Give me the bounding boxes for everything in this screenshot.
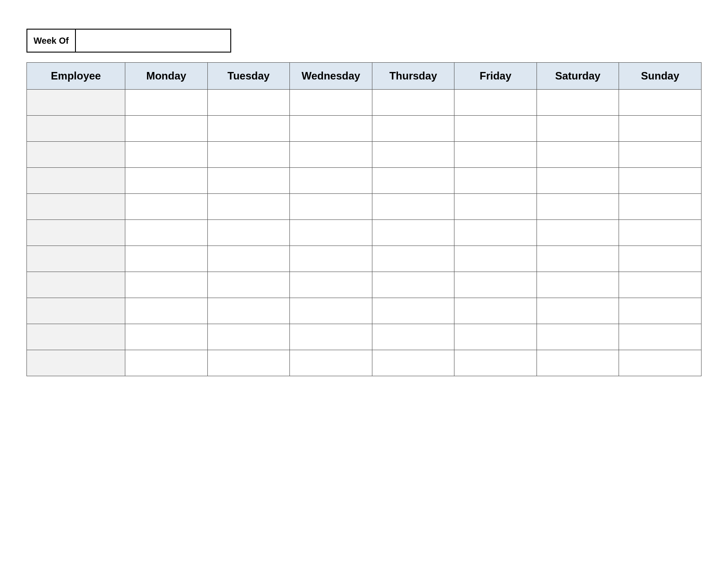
day-cell[interactable] <box>619 168 702 194</box>
day-cell[interactable] <box>290 90 372 116</box>
day-cell[interactable] <box>454 194 537 220</box>
day-cell[interactable] <box>372 168 454 194</box>
day-cell[interactable] <box>125 220 208 246</box>
week-of-field: Week Of <box>26 29 231 53</box>
day-cell[interactable] <box>454 220 537 246</box>
day-cell[interactable] <box>372 298 454 324</box>
employee-cell[interactable] <box>27 116 125 142</box>
day-cell[interactable] <box>537 142 619 168</box>
day-cell[interactable] <box>290 272 372 298</box>
day-cell[interactable] <box>619 246 702 272</box>
day-cell[interactable] <box>290 298 372 324</box>
day-cell[interactable] <box>454 272 537 298</box>
day-cell[interactable] <box>290 220 372 246</box>
day-cell[interactable] <box>207 246 290 272</box>
day-cell[interactable] <box>537 324 619 350</box>
day-cell[interactable] <box>207 220 290 246</box>
day-cell[interactable] <box>290 116 372 142</box>
employee-cell[interactable] <box>27 350 125 376</box>
day-cell[interactable] <box>537 298 619 324</box>
employee-cell[interactable] <box>27 90 125 116</box>
day-cell[interactable] <box>372 350 454 376</box>
weekly-schedule-template: Week Of Employee Monday Tuesday Wednesda… <box>0 0 728 376</box>
schedule-table: Employee Monday Tuesday Wednesday Thursd… <box>26 62 702 376</box>
day-cell[interactable] <box>372 90 454 116</box>
day-cell[interactable] <box>125 272 208 298</box>
day-cell[interactable] <box>619 324 702 350</box>
day-cell[interactable] <box>290 194 372 220</box>
day-cell[interactable] <box>537 168 619 194</box>
day-cell[interactable] <box>207 142 290 168</box>
day-cell[interactable] <box>454 142 537 168</box>
day-cell[interactable] <box>454 324 537 350</box>
day-cell[interactable] <box>290 246 372 272</box>
day-cell[interactable] <box>619 350 702 376</box>
day-cell[interactable] <box>537 116 619 142</box>
day-cell[interactable] <box>619 142 702 168</box>
day-cell[interactable] <box>372 116 454 142</box>
day-cell[interactable] <box>125 246 208 272</box>
day-cell[interactable] <box>125 298 208 324</box>
day-cell[interactable] <box>454 168 537 194</box>
day-cell[interactable] <box>619 272 702 298</box>
day-cell[interactable] <box>207 194 290 220</box>
day-cell[interactable] <box>537 220 619 246</box>
employee-cell[interactable] <box>27 272 125 298</box>
header-day-saturday: Saturday <box>537 63 619 90</box>
day-cell[interactable] <box>207 168 290 194</box>
day-cell[interactable] <box>207 350 290 376</box>
day-cell[interactable] <box>372 324 454 350</box>
table-row <box>27 246 702 272</box>
schedule-body <box>27 90 702 376</box>
day-cell[interactable] <box>454 298 537 324</box>
day-cell[interactable] <box>619 298 702 324</box>
day-cell[interactable] <box>125 324 208 350</box>
day-cell[interactable] <box>207 324 290 350</box>
day-cell[interactable] <box>372 194 454 220</box>
header-day-wednesday: Wednesday <box>290 63 372 90</box>
day-cell[interactable] <box>372 220 454 246</box>
day-cell[interactable] <box>372 272 454 298</box>
day-cell[interactable] <box>619 194 702 220</box>
employee-cell[interactable] <box>27 246 125 272</box>
day-cell[interactable] <box>290 142 372 168</box>
day-cell[interactable] <box>207 298 290 324</box>
day-cell[interactable] <box>619 116 702 142</box>
day-cell[interactable] <box>125 142 208 168</box>
day-cell[interactable] <box>372 246 454 272</box>
day-cell[interactable] <box>537 90 619 116</box>
employee-cell[interactable] <box>27 194 125 220</box>
day-cell[interactable] <box>125 90 208 116</box>
day-cell[interactable] <box>454 90 537 116</box>
day-cell[interactable] <box>290 350 372 376</box>
day-cell[interactable] <box>207 90 290 116</box>
table-row <box>27 220 702 246</box>
day-cell[interactable] <box>125 350 208 376</box>
day-cell[interactable] <box>454 350 537 376</box>
employee-cell[interactable] <box>27 142 125 168</box>
employee-cell[interactable] <box>27 298 125 324</box>
employee-cell[interactable] <box>27 168 125 194</box>
day-cell[interactable] <box>619 220 702 246</box>
day-cell[interactable] <box>207 116 290 142</box>
day-cell[interactable] <box>537 350 619 376</box>
header-row: Employee Monday Tuesday Wednesday Thursd… <box>27 63 702 90</box>
day-cell[interactable] <box>537 246 619 272</box>
day-cell[interactable] <box>207 272 290 298</box>
employee-cell[interactable] <box>27 324 125 350</box>
day-cell[interactable] <box>619 90 702 116</box>
table-row <box>27 272 702 298</box>
day-cell[interactable] <box>290 324 372 350</box>
week-of-value[interactable] <box>76 30 230 52</box>
table-row <box>27 350 702 376</box>
day-cell[interactable] <box>372 142 454 168</box>
day-cell[interactable] <box>454 246 537 272</box>
day-cell[interactable] <box>125 168 208 194</box>
day-cell[interactable] <box>537 272 619 298</box>
day-cell[interactable] <box>454 116 537 142</box>
day-cell[interactable] <box>290 168 372 194</box>
employee-cell[interactable] <box>27 220 125 246</box>
day-cell[interactable] <box>125 116 208 142</box>
day-cell[interactable] <box>537 194 619 220</box>
day-cell[interactable] <box>125 194 208 220</box>
